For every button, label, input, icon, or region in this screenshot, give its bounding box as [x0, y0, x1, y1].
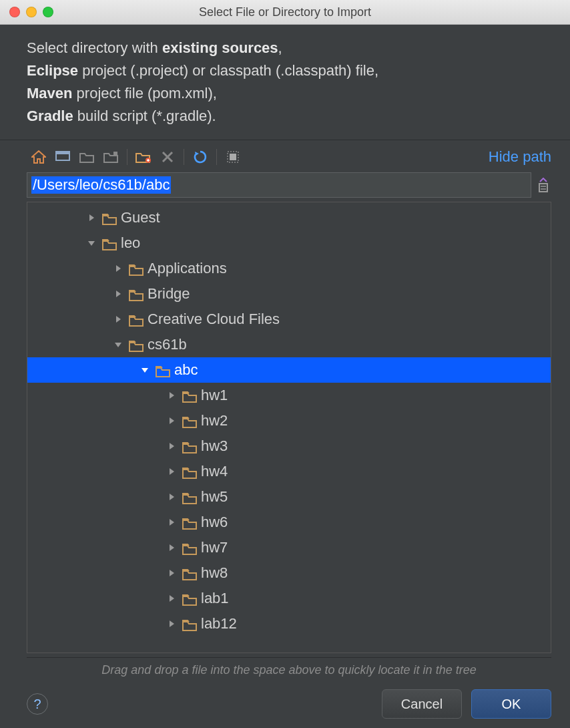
tree-row[interactable]: hw6	[27, 510, 551, 535]
cancel-button[interactable]: Cancel	[382, 689, 462, 719]
tree-row[interactable]: hw3	[27, 433, 551, 459]
folder-icon	[182, 567, 197, 579]
tree-item-label: Guest	[121, 209, 160, 226]
hide-path-link[interactable]: Hide path	[489, 148, 551, 166]
folder-icon	[129, 262, 144, 275]
path-input-value: /Users/leo/cs61b/abc	[31, 176, 171, 194]
path-row: /Users/leo/cs61b/abc	[0, 172, 570, 202]
minimize-icon[interactable]	[26, 7, 37, 17]
tree-row[interactable]: hw7	[27, 535, 551, 560]
chevron-right-icon[interactable]	[166, 618, 177, 629]
zoom-icon[interactable]	[43, 7, 53, 17]
instr-l2b: project (.project) or classpath (.classp…	[82, 62, 378, 79]
tree-item-label: hw2	[201, 412, 228, 429]
tree-row[interactable]: cs61b	[27, 332, 551, 357]
titlebar: Select File or Directory to Import	[0, 0, 570, 25]
folder-icon	[129, 339, 144, 351]
folder-icon	[182, 491, 197, 503]
folder-icon	[156, 364, 170, 376]
chevron-right-icon[interactable]	[166, 441, 177, 451]
tree-row[interactable]: Creative Cloud Files	[27, 307, 551, 332]
toolbar-sep-1	[127, 149, 127, 165]
tree-item-label: hw8	[201, 564, 228, 582]
path-input[interactable]: /Users/leo/cs61b/abc	[27, 172, 531, 198]
folder-icon	[182, 542, 197, 554]
toolbar-row: Hide path	[0, 140, 570, 172]
instr-l3a: Maven	[27, 85, 72, 102]
tree-row[interactable]: lab12	[27, 611, 551, 636]
chevron-right-icon[interactable]	[113, 263, 123, 274]
show-hidden-icon[interactable]	[221, 147, 245, 167]
folder-icon	[129, 288, 144, 300]
history-dropdown-icon[interactable]	[535, 172, 551, 198]
svg-rect-2	[113, 152, 117, 156]
folder-icon	[182, 618, 197, 630]
chevron-right-icon[interactable]	[166, 568, 177, 578]
folder-icon	[102, 237, 117, 249]
tree-row[interactable]: lab1	[27, 586, 551, 611]
chevron-right-icon[interactable]	[166, 517, 177, 528]
file-tree[interactable]: GuestleoApplicationsBridgeCreative Cloud…	[27, 202, 551, 653]
chevron-down-icon[interactable]	[139, 365, 150, 375]
chevron-down-icon[interactable]	[86, 238, 97, 248]
new-folder-icon[interactable]	[131, 147, 156, 167]
chevron-right-icon[interactable]	[166, 492, 177, 502]
tree-row[interactable]: hw8	[27, 560, 551, 586]
tree-row[interactable]: Guest	[27, 205, 551, 230]
tree-item-label: lab12	[201, 615, 237, 632]
tree-row[interactable]: leo	[27, 230, 551, 256]
project-icon[interactable]	[75, 147, 99, 167]
chevron-right-icon[interactable]	[166, 415, 177, 426]
tree-item-label: hw1	[201, 387, 228, 404]
tree-item-label: hw4	[201, 463, 228, 480]
chevron-down-icon[interactable]	[113, 339, 123, 350]
close-icon[interactable]	[9, 7, 20, 17]
dialog-body: Select directory with existing sources, …	[0, 25, 570, 728]
footer: ? Cancel OK	[0, 684, 570, 728]
tree-row[interactable]: hw2	[27, 408, 551, 433]
instr-l1a: Select directory with	[27, 39, 162, 56]
tree-item-label: Applications	[148, 260, 227, 277]
tree-item-label: Bridge	[148, 285, 190, 303]
traffic-lights	[9, 7, 53, 17]
instr-l4a: Gradle	[27, 108, 73, 124]
tree-item-label: abc	[174, 361, 198, 379]
chevron-right-icon[interactable]	[166, 593, 177, 604]
tree-item-label: Creative Cloud Files	[148, 311, 280, 328]
svg-rect-6	[539, 184, 547, 192]
chevron-right-icon[interactable]	[113, 289, 123, 299]
tree-row[interactable]: Bridge	[27, 281, 551, 307]
toolbar-sep-2	[184, 149, 184, 165]
tree-item-label: hw7	[201, 539, 228, 556]
tree-item-label: lab1	[201, 590, 229, 607]
help-button[interactable]: ?	[27, 693, 48, 715]
tree-item-label: hw6	[201, 514, 228, 531]
tree-row[interactable]: hw4	[27, 459, 551, 484]
desktop-icon[interactable]	[51, 147, 75, 167]
tree-item-label: hw5	[201, 488, 228, 506]
chevron-right-icon[interactable]	[86, 212, 97, 223]
tree-row[interactable]: abc	[27, 357, 551, 383]
tree-row[interactable]: hw1	[27, 383, 551, 408]
instr-l1b: existing sources	[162, 39, 278, 56]
folder-icon	[182, 440, 197, 452]
ok-button[interactable]: OK	[471, 689, 551, 719]
tree-row[interactable]: Applications	[27, 256, 551, 281]
svg-rect-1	[56, 152, 69, 154]
chevron-right-icon[interactable]	[113, 314, 123, 325]
chevron-right-icon[interactable]	[166, 466, 177, 477]
tree-row[interactable]: hw5	[27, 484, 551, 510]
toolbar-sep-3	[216, 149, 217, 165]
home-icon[interactable]	[27, 147, 51, 167]
window-title: Select File or Directory to Import	[0, 5, 570, 19]
refresh-icon[interactable]	[188, 147, 212, 167]
toolbar	[27, 147, 245, 167]
tree-item-label: leo	[121, 234, 140, 252]
module-icon[interactable]	[99, 147, 123, 167]
chevron-right-icon[interactable]	[166, 390, 177, 401]
instructions: Select directory with existing sources, …	[0, 25, 570, 140]
instr-l4b: build script (*.gradle).	[77, 108, 216, 124]
chevron-right-icon[interactable]	[166, 542, 177, 553]
delete-icon[interactable]	[156, 147, 180, 167]
folder-icon	[182, 389, 197, 401]
